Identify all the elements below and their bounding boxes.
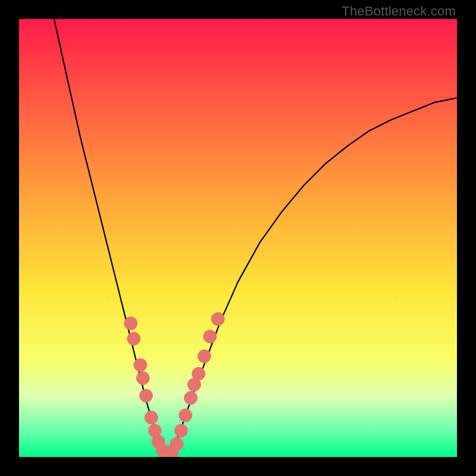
data-marker (179, 409, 192, 422)
data-marker (139, 389, 152, 402)
data-marker (211, 312, 224, 325)
data-marker (136, 372, 149, 385)
chart-svg (19, 19, 457, 457)
watermark-text: TheBottleneck.com (342, 4, 456, 19)
data-marker (127, 332, 140, 345)
chart-frame: TheBottleneck.com (0, 0, 476, 476)
data-marker (203, 330, 217, 343)
plot-area (19, 19, 457, 457)
chart-background (19, 19, 457, 457)
data-marker (184, 392, 198, 405)
data-marker (134, 358, 147, 371)
data-marker (192, 367, 205, 380)
data-marker (124, 317, 137, 330)
data-marker (170, 437, 183, 450)
data-marker (174, 424, 187, 437)
data-marker (198, 350, 211, 363)
data-marker (145, 411, 158, 424)
